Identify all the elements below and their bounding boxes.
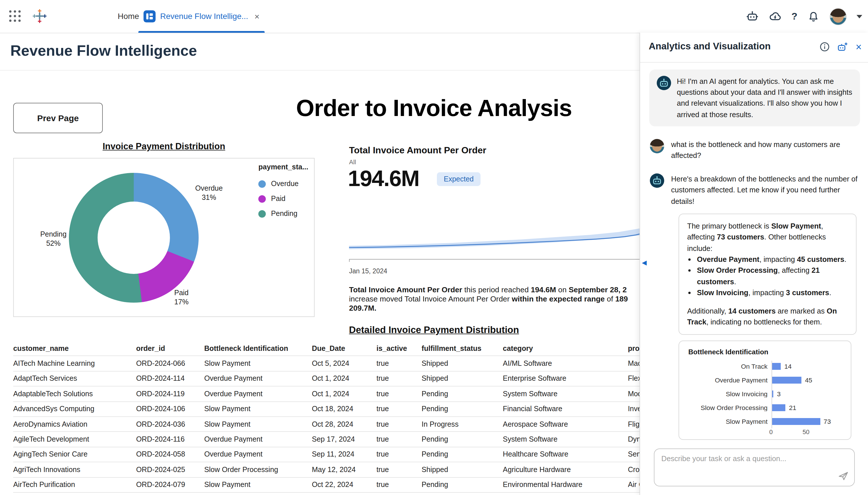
bar-value: 21 [789, 404, 796, 411]
table-cell: System Software [503, 432, 628, 447]
agent-settings-icon[interactable] [837, 41, 848, 52]
donut-label-overdue: Overdue 31% [189, 184, 229, 202]
kpi-sparkline-chart[interactable] [349, 216, 659, 265]
user-message-text: what is the bottleneck and how many cust… [671, 139, 860, 161]
legend-item-overdue[interactable]: Overdue [258, 176, 308, 191]
column-header[interactable]: is_active [376, 341, 421, 356]
bottleneck-bars: On Track14Overdue Payment45Slow Invoicin… [684, 359, 845, 428]
insight-intro: The primary bottleneck is Slow Payment, … [687, 220, 848, 254]
table-cell: Pending [422, 432, 503, 447]
kpi-summary-text: Total Invoice Amount Per Order this peri… [349, 285, 671, 313]
table-cell: Overdue Payment [204, 432, 312, 447]
bar-row: Slow Invoicing3 [684, 387, 845, 400]
table-cell: Oct 1, 2024 [312, 386, 376, 402]
table-cell: ORD-2024-114 [136, 371, 204, 387]
tab-home-label: Home [118, 12, 139, 21]
column-header[interactable]: Due_Date [312, 341, 376, 356]
table-cell: ORD-2024-025 [136, 462, 204, 477]
legend-swatch [258, 195, 266, 202]
table-cell: Pending [422, 402, 503, 416]
analytics-panel: Analytics and Visualization [640, 33, 868, 495]
bot-message-text: Here's a breakdown of the bottlenecks an… [671, 173, 860, 206]
panel-header-icons: × [820, 41, 862, 52]
table-cell: Slow Order Processing [204, 462, 312, 477]
expected-status-badge: Expected [437, 172, 481, 186]
bot-avatar-icon [657, 76, 671, 90]
table-cell: Overdue Payment [204, 447, 312, 462]
table-cell: true [376, 447, 421, 462]
table-cell: Slow Payment [204, 416, 312, 432]
tab-revenue-flow-intelligence[interactable]: Revenue Flow Intellige... × [138, 0, 265, 32]
apps-grid-icon[interactable] [9, 10, 21, 22]
table-cell: Shipped [422, 356, 503, 371]
donut-chart[interactable] [69, 173, 198, 303]
legend-item-paid[interactable]: Paid [258, 191, 308, 206]
chat-input-box [654, 448, 855, 487]
table-cell: true [376, 402, 421, 416]
table-cell: AdaptTech Services [13, 371, 136, 387]
send-icon[interactable] [837, 470, 849, 482]
table-cell: Shipped [422, 371, 503, 387]
table-cell: Slow Payment [204, 402, 312, 416]
insight-bullet: Slow Order Processing, affecting 21 cust… [697, 265, 848, 287]
account-avatar[interactable] [830, 8, 847, 25]
table-cell: Sep 11, 2024 [312, 447, 376, 462]
bar[interactable] [771, 418, 820, 425]
bar-track: 21 [771, 404, 845, 411]
cloud-status-icon[interactable] [768, 10, 782, 23]
table-cell: Enterprise Software [503, 371, 628, 387]
bar[interactable] [771, 404, 786, 411]
table-cell: Oct 1, 2024 [312, 371, 376, 387]
bar[interactable] [771, 363, 781, 370]
notifications-bell-icon[interactable] [807, 10, 820, 23]
top-navigation-bar: Home Revenue Flow Intellige... × [0, 0, 868, 33]
bar-track: 14 [771, 363, 845, 370]
table-cell: Slow Payment [204, 356, 312, 371]
panel-title: Analytics and Visualization [649, 41, 771, 52]
tab-close-icon[interactable]: × [254, 12, 259, 20]
bar-track: 3 [771, 390, 845, 397]
column-header[interactable]: category [503, 341, 628, 356]
bar[interactable] [771, 390, 774, 397]
page-title: Revenue Flow Intelligence [10, 42, 197, 60]
table-cell: ORD-2024-106 [136, 402, 204, 416]
panel-collapse-icon[interactable]: ◀ [642, 259, 647, 267]
chat-messages: Hi! I'm an AI agent for analytics. You c… [640, 63, 868, 440]
legend-label: Paid [271, 195, 285, 203]
legend-swatch [258, 210, 266, 217]
table-cell: Oct 28, 2024 [312, 416, 376, 432]
column-header[interactable]: fulfillment_status [422, 341, 503, 356]
bar-value: 45 [805, 376, 812, 383]
tableau-logo-icon[interactable] [32, 8, 47, 23]
table-cell: true [376, 386, 421, 402]
close-icon[interactable]: × [856, 41, 862, 52]
table-cell: ORD-2024-066 [136, 356, 204, 371]
column-header[interactable]: customer_name [13, 341, 136, 356]
column-header[interactable]: order_id [136, 341, 204, 356]
table-cell: ORD-2024-119 [136, 386, 204, 402]
axis-tick-50: 50 [802, 428, 810, 435]
donut-label-paid: Paid 17% [164, 288, 198, 307]
bar[interactable] [771, 376, 801, 383]
axis-tick-0: 0 [769, 428, 773, 435]
insight-bullets: Overdue Payment, impacting 45 customers.… [687, 254, 848, 298]
insight-bullet: Slow Invoicing, impacting 3 customers. [697, 287, 848, 298]
table-cell: Overdue Payment [204, 371, 312, 387]
legend-item-pending[interactable]: Pending [258, 206, 308, 221]
bar-category-label: Slow Invoicing [684, 390, 771, 397]
chat-input[interactable] [655, 449, 854, 486]
kpi-value: 194.6M [348, 166, 419, 191]
table-cell: AgriTech Innovations [13, 462, 136, 477]
table-cell: Aerospace Software [503, 416, 628, 432]
help-icon[interactable]: ? [791, 11, 797, 22]
ai-assistant-icon[interactable] [745, 10, 759, 23]
table-cell: true [376, 416, 421, 432]
table-cell: Oct 22, 2024 [312, 477, 376, 492]
tab-home[interactable]: Home [118, 0, 139, 32]
caret-down-icon[interactable] [856, 15, 862, 18]
info-icon[interactable] [820, 42, 830, 52]
table-cell: ORD-2024-058 [136, 447, 204, 462]
column-header[interactable]: Bottleneck Identification [204, 341, 312, 356]
insight-outro: Additionally, 14 customers are marked as… [687, 306, 848, 328]
bar-value: 73 [823, 418, 831, 425]
